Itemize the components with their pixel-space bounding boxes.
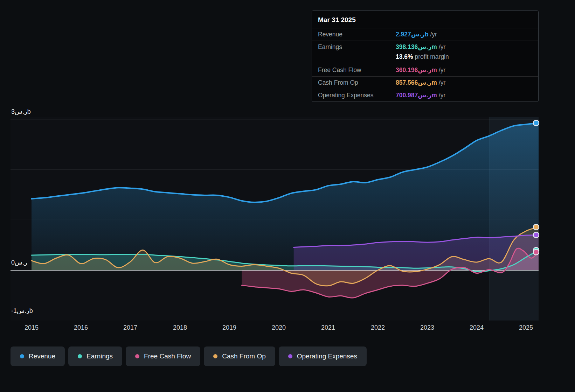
tooltip-row-value: 13.6% profit margin xyxy=(396,53,449,61)
x-axis-label: 2017 xyxy=(123,324,137,331)
x-axis-label: 2020 xyxy=(272,324,286,331)
x-axis-label: 2022 xyxy=(371,324,385,331)
tooltip-row-label: Operating Expenses xyxy=(318,92,396,99)
tooltip-row-value: 857.566ر.سm /yr xyxy=(396,79,445,86)
x-axis-label: 2016 xyxy=(74,324,88,331)
tooltip-row-value: 2.927ر.سb /yr xyxy=(396,31,437,38)
legend-item-revenue[interactable]: Revenue xyxy=(11,346,65,366)
legend-label: Operating Expenses xyxy=(297,352,357,360)
tooltip-row-label: Revenue xyxy=(318,31,396,38)
y-axis-label-minus-1b: -1ر.سb xyxy=(11,307,33,315)
tooltip-row-cash-from-op: Cash From Op 857.566ر.سm /yr xyxy=(312,76,538,89)
legend-label: Free Cash Flow xyxy=(144,352,191,360)
operating-expenses-dot-icon xyxy=(288,354,292,358)
legend: Revenue Earnings Free Cash Flow Cash Fro… xyxy=(11,346,367,366)
x-axis-label: 2015 xyxy=(25,324,39,331)
legend-item-operating-expenses[interactable]: Operating Expenses xyxy=(279,346,367,366)
tooltip-date: Mar 31 2025 xyxy=(312,11,538,28)
legend-label: Cash From Op xyxy=(222,352,266,360)
earnings-dot-icon xyxy=(78,354,82,358)
revenue-dot-icon xyxy=(20,354,24,358)
tooltip-row-label: Free Cash Flow xyxy=(318,66,396,74)
tooltip-row-operating-expenses: Operating Expenses 700.987ر.سm /yr xyxy=(312,89,538,102)
free-cash-flow-dot-icon xyxy=(135,354,139,358)
legend-label: Earnings xyxy=(86,352,113,360)
tooltip-row-earnings: Earnings 398.136ر.سm /yr xyxy=(312,41,538,53)
x-axis-label: 2019 xyxy=(222,324,236,331)
y-axis-label-0: 0ر.س xyxy=(11,259,27,266)
tooltip-row-value: 398.136ر.سm /yr xyxy=(396,43,445,51)
x-axis-label: 2024 xyxy=(470,324,484,331)
tooltip-row-label: Cash From Op xyxy=(318,79,396,86)
chart-tooltip: Mar 31 2025 Revenue 2.927ر.سb /yr Earnin… xyxy=(312,10,539,102)
x-axis-label: 2025 xyxy=(519,324,533,331)
y-axis-label-3b: 3ر.سb xyxy=(11,108,31,115)
legend-item-cash-from-op[interactable]: Cash From Op xyxy=(204,346,275,366)
legend-item-earnings[interactable]: Earnings xyxy=(68,346,122,366)
x-axis-label: 2018 xyxy=(173,324,187,331)
legend-label: Revenue xyxy=(29,352,55,360)
tooltip-row-revenue: Revenue 2.927ر.سb /yr xyxy=(312,28,538,41)
x-axis-label: 2021 xyxy=(321,324,335,331)
cash-from-op-dot-icon xyxy=(213,354,217,358)
tooltip-row-label: Earnings xyxy=(318,43,396,51)
tooltip-row-value: 360.196ر.سm /yr xyxy=(396,66,445,74)
x-axis-label: 2023 xyxy=(420,324,434,331)
tooltip-row-value: 700.987ر.سm /yr xyxy=(396,92,445,99)
tooltip-row-free-cash-flow: Free Cash Flow 360.196ر.سm /yr xyxy=(312,64,538,76)
legend-item-free-cash-flow[interactable]: Free Cash Flow xyxy=(126,346,200,366)
tooltip-row-profit-margin: 13.6% profit margin xyxy=(312,53,538,64)
